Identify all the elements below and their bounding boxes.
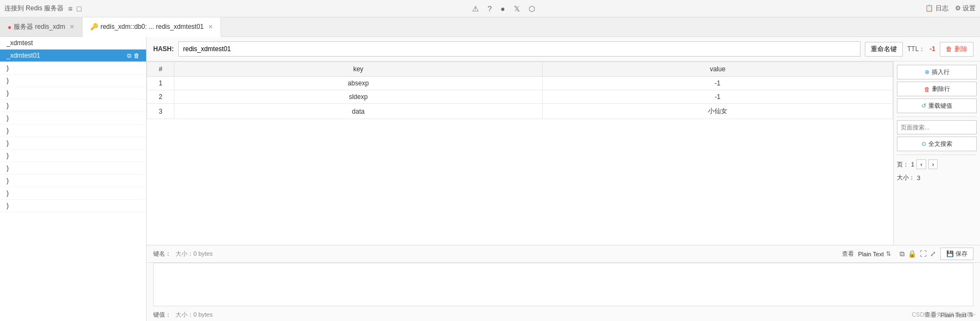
hash-header: HASH: 重命名键 TTL： -1 🗑 删除 bbox=[147, 37, 980, 61]
sidebar-item-9[interactable]: ) bbox=[0, 162, 146, 175]
hash-label: HASH: bbox=[153, 45, 174, 53]
cell-key: sldexp bbox=[174, 90, 543, 104]
table-row[interactable]: 2 sldexp -1 bbox=[147, 90, 893, 104]
copy-icon[interactable]: ⧉ bbox=[127, 52, 131, 59]
right-panel: ⊕ 插入行 🗑 删除行 ↺ 重载键值 ⊙ 全文搜索 bbox=[893, 61, 980, 245]
lock-key-icon[interactable]: 🔒 bbox=[908, 250, 916, 258]
key-name-bar: 键名： 大小：0 bytes 查看 Plain Text ⇅ ⧉ 🔒 ⛶ ⤢ 💾… bbox=[147, 245, 980, 263]
key-view-type: Plain Text bbox=[858, 251, 884, 257]
sidebar-item-5[interactable]: ) bbox=[0, 112, 146, 125]
content-area: HASH: 重命名键 TTL： -1 🗑 删除 # key value bbox=[147, 37, 980, 321]
save-key-icon: 💾 bbox=[946, 250, 954, 257]
insert-row-button[interactable]: ⊕ 插入行 bbox=[897, 65, 977, 79]
search-icon: ⊙ bbox=[921, 140, 926, 147]
bottom-area: 键名： 大小：0 bytes 查看 Plain Text ⇅ ⧉ 🔒 ⛶ ⤢ 💾… bbox=[147, 245, 980, 321]
tab-key[interactable]: 🔑 redis_xdm::db0: ... redis_xdmtest01 ✕ bbox=[83, 17, 221, 37]
col-header-value: value bbox=[542, 62, 893, 77]
trash-icon[interactable]: 🗑 bbox=[134, 52, 140, 59]
menu-icon[interactable]: ≡ bbox=[68, 4, 72, 13]
item-actions: ⧉ 🗑 bbox=[127, 52, 140, 59]
table-wrapper: # key value 1 absexp -1 2 sldexp -1 3 da… bbox=[147, 61, 893, 245]
data-table: # key value 1 absexp -1 2 sldexp -1 3 da… bbox=[147, 61, 893, 119]
fullscreen-key-icon[interactable]: ⤢ bbox=[930, 250, 936, 258]
sidebar-item-row: _xdmtest01 ⧉ 🗑 bbox=[7, 52, 140, 59]
server-tab-close[interactable]: ✕ bbox=[70, 23, 74, 30]
sidebar-item-6[interactable]: ) bbox=[0, 125, 146, 137]
window-icon[interactable]: □ bbox=[77, 4, 81, 13]
key-view-selector: 查看 Plain Text ⇅ bbox=[842, 250, 891, 258]
settings-button[interactable]: ⚙ 设置 bbox=[955, 4, 976, 13]
table-row[interactable]: 1 absexp -1 bbox=[147, 77, 893, 90]
next-page-button[interactable]: › bbox=[928, 159, 938, 169]
ttl-value: -1 bbox=[929, 45, 935, 53]
sidebar-item-10[interactable]: ) bbox=[0, 175, 146, 187]
cell-value: -1 bbox=[542, 90, 893, 104]
sidebar-item-7[interactable]: ) bbox=[0, 137, 146, 150]
size-label: 大小： bbox=[897, 174, 915, 182]
sidebar-item-xdmtest01[interactable]: _xdmtest01 ⧉ 🗑 bbox=[0, 50, 146, 62]
sidebar-item-4[interactable]: ) bbox=[0, 100, 146, 112]
table-row[interactable]: 3 data 小仙女 bbox=[147, 104, 893, 119]
sidebar-item-2[interactable]: ) bbox=[0, 75, 146, 87]
sidebar-item-3[interactable]: ) bbox=[0, 87, 146, 100]
rename-button[interactable]: 重命名键 bbox=[865, 42, 903, 57]
page-label: 页： bbox=[897, 160, 909, 169]
delete-row-button[interactable]: 🗑 删除行 bbox=[897, 82, 977, 96]
watermark: CSDN @奔跑的喜多萌~ bbox=[912, 311, 976, 319]
ttl-label: TTL： bbox=[907, 45, 925, 54]
hash-key-input[interactable] bbox=[178, 41, 860, 57]
sidebar-item-label-selected: _xdmtest01 bbox=[7, 52, 40, 59]
sidebar-item-12[interactable]: ) bbox=[0, 200, 146, 212]
key-name-editor[interactable] bbox=[153, 263, 973, 306]
warning-icon[interactable]: ⚠ bbox=[472, 4, 479, 13]
help-icon[interactable]: ? bbox=[488, 4, 492, 13]
sidebar-item-xdmtest[interactable]: _xdmtest bbox=[0, 37, 146, 50]
full-search-button[interactable]: ⊙ 全文搜索 bbox=[897, 137, 977, 151]
top-bar-right: 📋 日志 ⚙ 设置 bbox=[925, 4, 976, 13]
cell-value: 小仙女 bbox=[542, 104, 893, 119]
delete-button[interactable]: 🗑 删除 bbox=[940, 42, 973, 57]
cell-num: 1 bbox=[147, 77, 174, 90]
tab-bar: ● 服务器 redis_xdm ✕ 🔑 redis_xdm::db0: ... … bbox=[0, 17, 980, 37]
col-header-num: # bbox=[147, 62, 174, 77]
sidebar-items: _xdmtest _xdmtest01 ⧉ 🗑 ) ) ) ) ) ) ) ) … bbox=[0, 37, 146, 321]
sidebar-item-11[interactable]: ) bbox=[0, 187, 146, 200]
twitter-icon[interactable]: 𝕏 bbox=[514, 4, 520, 13]
trash-icon: 🗑 bbox=[946, 45, 952, 53]
cell-key: absexp bbox=[174, 77, 543, 90]
key-name-label: 键名： bbox=[153, 250, 171, 258]
key-tab-close[interactable]: ✕ bbox=[208, 23, 213, 30]
size-row: 大小： 3 bbox=[897, 172, 977, 183]
status-icon[interactable]: ● bbox=[500, 4, 505, 13]
sidebar: _xdmtest _xdmtest01 ⧉ 🗑 ) ) ) ) ) ) ) ) … bbox=[0, 37, 147, 321]
sidebar-item-label: _xdmtest bbox=[7, 39, 33, 47]
tab-server[interactable]: ● 服务器 redis_xdm ✕ bbox=[0, 17, 83, 36]
copy-key-icon[interactable]: ⧉ bbox=[900, 250, 904, 258]
main-layout: _xdmtest _xdmtest01 ⧉ 🗑 ) ) ) ) ) ) ) ) … bbox=[0, 37, 980, 321]
page-search-input[interactable] bbox=[897, 120, 977, 134]
log-button[interactable]: 📋 日志 bbox=[925, 4, 948, 13]
reload-icon: ↺ bbox=[921, 102, 926, 109]
sidebar-item-8[interactable]: ) bbox=[0, 150, 146, 162]
top-bar-center: ⚠ ? ● 𝕏 ⬡ bbox=[472, 4, 535, 13]
key-value-label: 键值： bbox=[153, 311, 171, 319]
delete-row-icon: 🗑 bbox=[924, 86, 930, 92]
page-row: 页： 1 ‹ › bbox=[897, 158, 977, 170]
prev-page-button[interactable]: ‹ bbox=[916, 159, 926, 169]
divider-2 bbox=[897, 155, 977, 155]
app-title: 连接到 Redis 服务器 bbox=[4, 4, 64, 13]
top-bar-left: 连接到 Redis 服务器 ≡ □ bbox=[4, 4, 81, 13]
github-icon[interactable]: ⬡ bbox=[529, 4, 535, 13]
cell-num: 2 bbox=[147, 90, 174, 104]
key-bottom-icons: ⧉ 🔒 ⛶ ⤢ bbox=[900, 250, 936, 258]
reload-key-button[interactable]: ↺ 重载键值 bbox=[897, 98, 977, 113]
cell-value: -1 bbox=[542, 77, 893, 90]
cell-key: data bbox=[174, 104, 543, 119]
server-tab-label: 服务器 redis_xdm bbox=[14, 22, 65, 32]
sidebar-item-1[interactable]: ) bbox=[0, 62, 146, 75]
key-view-arrow[interactable]: ⇅ bbox=[886, 250, 891, 257]
expand-key-icon[interactable]: ⛶ bbox=[920, 250, 927, 258]
server-tab-icon: ● bbox=[8, 23, 11, 31]
key-value-size: 大小：0 bytes bbox=[175, 311, 212, 319]
key-save-button[interactable]: 💾 保存 bbox=[940, 248, 973, 260]
